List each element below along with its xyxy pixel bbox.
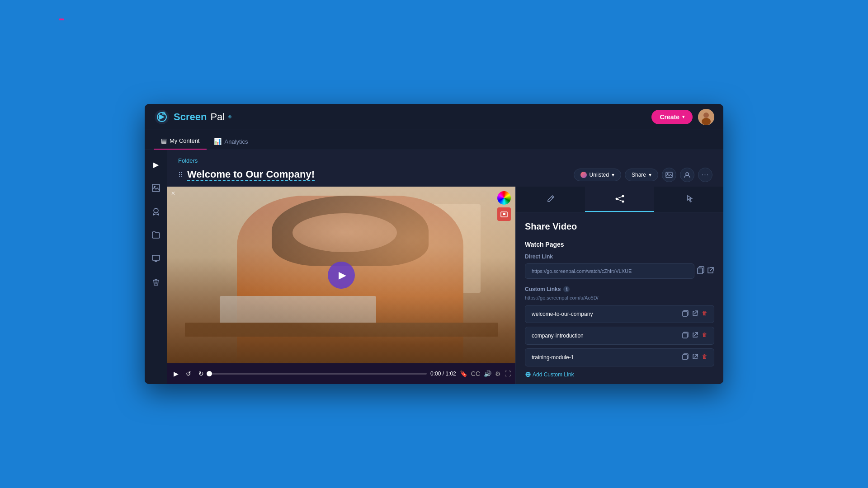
- tab-interactions[interactable]: [654, 187, 723, 212]
- my-content-label: My Content: [170, 137, 199, 144]
- video-section: ▶ ✕: [167, 187, 723, 384]
- app-window: ScreenPal® Create ▾ ▤ My Content 📊 Analy…: [145, 104, 723, 384]
- unlisted-dot: [580, 172, 587, 178]
- add-icon: ⊕: [525, 370, 531, 379]
- sidebar-icon-award[interactable]: [149, 204, 163, 219]
- screenshot-button[interactable]: [497, 207, 511, 221]
- sidebar-icon-folder[interactable]: [149, 228, 163, 242]
- open-custom-link-0[interactable]: [692, 310, 698, 318]
- video-top-right: [497, 191, 511, 221]
- custom-link-value-0: welcome-to-our-company: [532, 311, 593, 317]
- analytics-label: Analytics: [224, 138, 248, 145]
- sidebar-icon-trash[interactable]: [149, 275, 163, 289]
- landscape-button[interactable]: [662, 168, 676, 182]
- svg-point-5: [702, 118, 711, 125]
- breadcrumb[interactable]: Folders: [178, 157, 712, 164]
- base-url-text: https://go.screenpal.com/u/Ao5D/: [525, 295, 714, 300]
- more-options-button[interactable]: ···: [698, 168, 712, 182]
- sidebar-icon-image[interactable]: [149, 181, 163, 195]
- open-custom-link-2[interactable]: [692, 353, 698, 361]
- visibility-button[interactable]: Unlisted ▾: [574, 169, 621, 181]
- video-container: ▶ ✕: [167, 187, 515, 384]
- sidebar: ▶: [145, 150, 167, 384]
- watch-pages-label: Watch Pages: [525, 241, 714, 248]
- create-label: Create: [660, 113, 679, 121]
- direct-link-field: https://go.screenpal.com/watch/cZhIrxVLX…: [525, 263, 694, 279]
- svg-rect-25: [683, 333, 687, 338]
- caption-icon[interactable]: CC: [471, 370, 480, 377]
- delete-custom-link-1[interactable]: 🗑: [702, 332, 708, 340]
- copy-custom-link-2[interactable]: [682, 353, 689, 361]
- share-button[interactable]: Share ▾: [625, 169, 658, 181]
- sidebar-item-analytics[interactable]: 📊 Analytics: [207, 133, 255, 150]
- create-button[interactable]: Create ▾: [651, 110, 693, 124]
- sidebar-icon-monitor[interactable]: [149, 251, 163, 266]
- tab-share[interactable]: [585, 187, 654, 212]
- custom-link-value-1: company-introduction: [532, 333, 584, 339]
- copy-direct-link-button[interactable]: [697, 266, 704, 276]
- open-direct-link-button[interactable]: [707, 267, 714, 276]
- rewind-button[interactable]: ↺: [184, 368, 193, 379]
- drag-handle-icon: ⠿: [178, 171, 183, 178]
- logo-screen: Screen: [174, 111, 207, 123]
- fullscreen-icon[interactable]: ⛶: [505, 370, 511, 377]
- svg-rect-14: [503, 213, 505, 215]
- person-button[interactable]: [680, 168, 694, 182]
- right-panel: Share Video Watch Pages Direct Link http…: [515, 187, 723, 384]
- custom-links-label-text: Custom Links: [525, 286, 561, 292]
- title-actions: Unlisted ▾ Share ▾: [574, 168, 712, 182]
- progress-thumb[interactable]: [207, 371, 212, 376]
- svg-point-16: [615, 198, 618, 200]
- logo-icon: [154, 109, 170, 125]
- svg-point-12: [686, 173, 689, 175]
- analytics-icon: 📊: [214, 138, 222, 145]
- tab-edit[interactable]: [516, 187, 585, 212]
- my-content-icon: ▤: [161, 137, 167, 144]
- visibility-label: Unlisted: [590, 172, 609, 178]
- direct-link-row: https://go.screenpal.com/watch/cZhIrxVLX…: [525, 263, 714, 279]
- svg-point-17: [622, 201, 624, 203]
- volume-icon[interactable]: 🔊: [484, 370, 491, 377]
- custom-link-actions-0: 🗑: [682, 310, 708, 318]
- play-overlay[interactable]: ▶: [167, 187, 515, 363]
- custom-link-actions-2: 🗑: [682, 353, 708, 361]
- svg-line-18: [618, 197, 622, 198]
- forward-button[interactable]: ↻: [197, 368, 206, 379]
- play-circle[interactable]: ▶: [328, 262, 355, 289]
- time-display: 0:00 / 1:02: [430, 371, 456, 377]
- svg-point-8: [154, 208, 158, 213]
- delete-custom-link-0[interactable]: 🗑: [702, 310, 708, 318]
- total-time: 1:02: [445, 371, 456, 377]
- sidebar-item-my-content[interactable]: ▤ My Content: [154, 132, 207, 150]
- copy-custom-link-0[interactable]: [682, 310, 689, 318]
- direct-link-label: Direct Link: [525, 253, 714, 260]
- custom-link-item-2: training-module-1: [525, 348, 714, 366]
- logo: ScreenPal®: [154, 109, 231, 125]
- right-panel-tabs: [516, 187, 723, 212]
- progress-bar[interactable]: [209, 373, 427, 375]
- custom-link-item-1: company-introduction: [525, 327, 714, 345]
- svg-line-19: [618, 199, 622, 201]
- play-pause-button[interactable]: ▶: [172, 368, 180, 379]
- custom-links-header: Custom Links ℹ: [525, 286, 714, 292]
- create-chevron: ▾: [682, 114, 684, 119]
- content-panel: Folders ⠿ Welcome to Our Company! Unlist…: [167, 150, 723, 384]
- close-corner-icon[interactable]: ✕: [171, 190, 175, 197]
- custom-links-info-icon[interactable]: ℹ: [563, 286, 570, 292]
- share-chevron: ▾: [649, 172, 651, 178]
- copy-custom-link-1[interactable]: [682, 332, 689, 340]
- add-custom-link-button[interactable]: ⊕ Add Custom Link: [525, 370, 714, 379]
- sidebar-icon-play[interactable]: ▶: [149, 157, 163, 172]
- open-custom-link-1[interactable]: [692, 332, 698, 340]
- user-avatar[interactable]: [698, 109, 714, 125]
- color-wheel-button[interactable]: [497, 191, 511, 205]
- delete-custom-link-2[interactable]: 🗑: [702, 353, 708, 361]
- svg-rect-9: [152, 255, 160, 260]
- custom-link-item-0: welcome-to-our-company: [525, 305, 714, 323]
- main-content: ▶: [145, 150, 723, 384]
- bookmark-icon[interactable]: 🔖: [460, 370, 467, 377]
- add-custom-link-label: Add Custom Link: [533, 371, 574, 378]
- logo-pal: Pal: [210, 111, 225, 123]
- settings-icon[interactable]: ⚙: [495, 370, 501, 377]
- visibility-chevron: ▾: [612, 172, 614, 178]
